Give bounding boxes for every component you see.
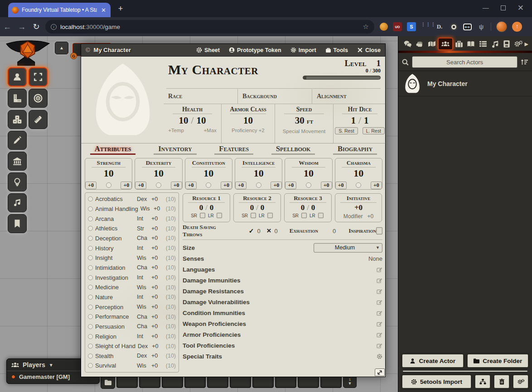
ability-mod-box[interactable]: +0	[371, 182, 382, 189]
edit-icon[interactable]	[377, 267, 382, 272]
sr-checkbox[interactable]	[251, 213, 256, 218]
skill-name[interactable]: Deception	[95, 235, 135, 242]
skill-proficiency-radio[interactable]	[88, 305, 93, 310]
skill-name[interactable]: Sleight of Hand	[95, 343, 135, 349]
skill-name[interactable]: Survival	[95, 362, 135, 369]
template-tool[interactable]	[29, 89, 48, 108]
forward-icon[interactable]: →	[15, 22, 29, 32]
document-id-icon[interactable]: ©	[86, 47, 90, 53]
edit-icon[interactable]	[377, 321, 382, 327]
proficiency-radio[interactable]	[206, 182, 211, 188]
skill-proficiency-radio[interactable]	[88, 354, 93, 359]
skill-proficiency-radio[interactable]	[88, 324, 93, 329]
ability-mod-box[interactable]: +0	[321, 182, 332, 189]
edit-icon[interactable]	[377, 288, 382, 294]
stylus-extension-icon[interactable]: S	[407, 22, 416, 31]
ublock-extension-icon[interactable]: UO	[393, 22, 402, 31]
window-titlebar[interactable]: © My Character Sheet Prototype Token Imp…	[81, 44, 385, 57]
skill-proficiency-radio[interactable]	[88, 275, 93, 280]
tab-close-icon[interactable]: ✕	[100, 7, 107, 14]
ability-name[interactable]: Charisma	[347, 159, 371, 167]
skill-name[interactable]: Persuasion	[95, 323, 135, 330]
initiative-mod-value[interactable]: +0	[368, 213, 374, 220]
minimize-icon[interactable]: —	[483, 4, 489, 11]
skill-name[interactable]: Acrobatics	[95, 196, 135, 202]
skill-name[interactable]: Athletics	[95, 225, 135, 232]
sidebar-tab-items[interactable]	[453, 38, 465, 49]
lr-checkbox[interactable]	[267, 213, 273, 218]
sidebar-tab-tables[interactable]	[477, 38, 489, 49]
sr-checkbox[interactable]	[301, 213, 307, 218]
skill-row[interactable]: Performance Cha +0 (10)	[88, 312, 176, 321]
skill-proficiency-radio[interactable]	[88, 246, 93, 251]
proficiency-radio[interactable]	[156, 182, 161, 188]
window-resize-handle[interactable]	[375, 368, 385, 376]
inspiration-checkbox[interactable]	[376, 227, 382, 234]
sort-filter-icon[interactable]	[521, 59, 528, 66]
ability-value[interactable]: 10	[304, 168, 314, 179]
folder-tree-button[interactable]	[475, 375, 490, 388]
profile-avatar[interactable]	[496, 21, 507, 32]
ability-save-box[interactable]: +0	[185, 182, 197, 189]
long-rest-button[interactable]: L. Rest	[363, 127, 385, 134]
skill-row[interactable]: Insight Wis +0 (10)	[88, 253, 176, 263]
cookie-extension-icon[interactable]	[380, 23, 388, 31]
skill-proficiency-radio[interactable]	[88, 334, 93, 339]
sheet-tab[interactable]: Features	[213, 144, 255, 155]
skill-name[interactable]: Stealth	[95, 353, 135, 359]
skill-row[interactable]: Stealth Dex +0 (10)	[88, 351, 176, 361]
notes-tool[interactable]	[8, 214, 27, 233]
skill-row[interactable]: Arcana Int +0 (10)	[88, 214, 176, 224]
ability-value[interactable]: 10	[203, 168, 213, 179]
level-value[interactable]: 1	[377, 58, 381, 68]
measure-tool[interactable]	[8, 89, 27, 108]
sidebar-tab-chat[interactable]	[402, 38, 414, 49]
ability-mod-box[interactable]: +0	[171, 182, 182, 189]
skill-name[interactable]: Religion	[95, 333, 135, 340]
grid-extension-icon[interactable]: ⋮⋮⋮	[421, 22, 430, 31]
death-save-success-icon[interactable]: ✓	[249, 227, 254, 234]
ruler-tool[interactable]	[29, 110, 48, 129]
resource-value[interactable]: 0/0	[250, 203, 265, 212]
initiative-value[interactable]: +0	[354, 203, 363, 212]
skill-row[interactable]: Investigation Int +0 (10)	[88, 273, 176, 282]
maximize-icon[interactable]	[501, 5, 506, 10]
skill-row[interactable]: History Int +0 (10)	[88, 244, 176, 253]
size-select[interactable]: Medium ▼	[314, 243, 382, 253]
lighting-tool[interactable]	[8, 172, 27, 191]
sidebar-tab-compendium[interactable]	[501, 38, 513, 49]
skill-row[interactable]: Deception Cha +0 (10)	[88, 234, 176, 243]
nav-collapse-button[interactable]: ▲	[55, 42, 68, 54]
hit-dice-value[interactable]: 1/1	[351, 115, 369, 126]
skill-proficiency-radio[interactable]	[88, 344, 93, 349]
lr-checkbox[interactable]	[318, 213, 324, 218]
skill-name[interactable]: Nature	[95, 294, 135, 301]
ability-value[interactable]: 10	[353, 168, 363, 179]
edit-icon[interactable]	[377, 310, 382, 316]
skill-proficiency-radio[interactable]	[88, 314, 93, 319]
sr-checkbox[interactable]	[200, 213, 205, 218]
macro-slot[interactable]	[116, 375, 138, 388]
skill-proficiency-radio[interactable]	[88, 236, 93, 241]
search-actors-input[interactable]	[412, 56, 517, 68]
ability-name[interactable]: Dexterity	[146, 159, 171, 167]
skill-name[interactable]: History	[95, 245, 135, 252]
create-actor-button[interactable]: Create Actor	[402, 354, 464, 368]
proficiency-radio[interactable]	[106, 182, 111, 188]
character-portrait[interactable]	[82, 58, 164, 143]
ability-value[interactable]: 10	[154, 168, 164, 179]
sheet-tab[interactable]: Attributes	[88, 144, 138, 155]
darkreader-extension-icon[interactable]: D.	[435, 22, 444, 31]
edit-icon[interactable]	[377, 332, 382, 338]
sidebar-tab-journal[interactable]	[465, 38, 477, 49]
5etools-import-button[interactable]: 5etools Import	[402, 375, 471, 388]
death-save-fail-icon[interactable]: ×	[267, 228, 271, 234]
skill-name[interactable]: Arcana	[95, 215, 135, 222]
sidebar-tab-settings[interactable]	[513, 38, 524, 49]
macro-slot[interactable]	[184, 375, 206, 388]
ability-name[interactable]: Wisdom	[299, 159, 319, 167]
site-info-icon[interactable]: i	[51, 24, 57, 30]
new-tab-button[interactable]: +	[115, 4, 126, 14]
skill-name[interactable]: Animal Handling	[95, 206, 138, 212]
create-folder-button[interactable]: Create Folder	[467, 354, 529, 368]
